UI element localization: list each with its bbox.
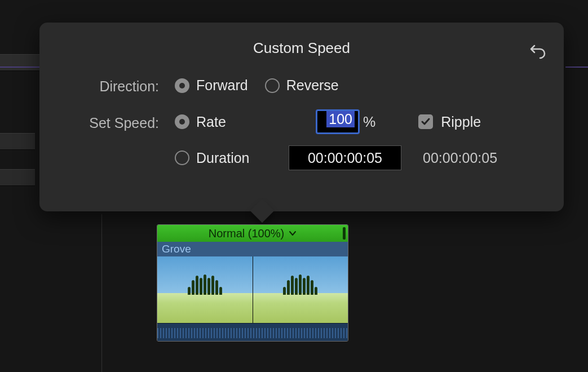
rate-value: 100 <box>326 111 355 127</box>
undo-button[interactable] <box>527 41 547 61</box>
custom-speed-popover: Custom Speed Direction: Forward Reverse … <box>39 23 564 211</box>
speed-bar-handle[interactable] <box>343 227 346 240</box>
clip-thumbnails <box>157 256 348 323</box>
chevron-down-icon <box>289 229 297 237</box>
radio-label: Reverse <box>286 77 339 94</box>
clip-thumbnail <box>253 256 348 323</box>
direction-row: Direction: Forward Reverse <box>62 76 541 95</box>
duration-input[interactable]: 00:00:00:05 <box>289 145 401 170</box>
undo-icon <box>527 41 547 61</box>
timeline-marker <box>565 67 588 68</box>
clip-speed-label: Normal (100%) <box>209 227 284 240</box>
direction-reverse-radio[interactable]: Reverse <box>265 77 339 94</box>
speed-rate-radio[interactable]: Rate <box>175 114 263 130</box>
clip-thumbnail <box>157 256 253 323</box>
radio-icon <box>175 150 189 165</box>
timeline-track <box>0 169 35 186</box>
popover-title: Custom Speed <box>62 39 541 57</box>
clip-audio-waveform <box>157 323 348 342</box>
speed-duration-radio[interactable]: Duration <box>175 150 263 166</box>
clip-speed-bar[interactable]: Normal (100%) <box>157 225 348 242</box>
ripple-checkbox[interactable]: Ripple <box>418 114 481 130</box>
radio-label: Duration <box>196 150 250 166</box>
direction-label: Direction: <box>62 76 175 95</box>
set-speed-label: Set Speed: <box>62 113 175 131</box>
rate-suffix: % <box>363 114 375 130</box>
radio-label: Forward <box>196 77 248 94</box>
checkbox-icon <box>418 114 433 129</box>
popover-tail <box>250 199 274 223</box>
direction-forward-radio[interactable]: Forward <box>175 77 248 94</box>
set-speed-row-duration: Duration 00:00:00:05 00:00:00:05 <box>62 145 541 170</box>
timeline-divider <box>101 214 102 372</box>
radio-icon <box>175 78 189 93</box>
set-speed-row-rate: Set Speed: Rate 100 % Ripple <box>62 109 541 134</box>
timeline-track <box>0 133 35 150</box>
rate-input[interactable]: 100 <box>316 109 360 134</box>
radio-icon <box>265 78 280 93</box>
timeline-clip[interactable]: Normal (100%) Grove <box>157 224 348 342</box>
clip-name: Grove <box>157 242 348 256</box>
radio-icon <box>175 114 189 129</box>
duration-readout: 00:00:00:05 <box>423 150 497 166</box>
checkbox-label: Ripple <box>441 114 481 130</box>
spacer <box>62 157 175 159</box>
radio-label: Rate <box>196 114 226 130</box>
